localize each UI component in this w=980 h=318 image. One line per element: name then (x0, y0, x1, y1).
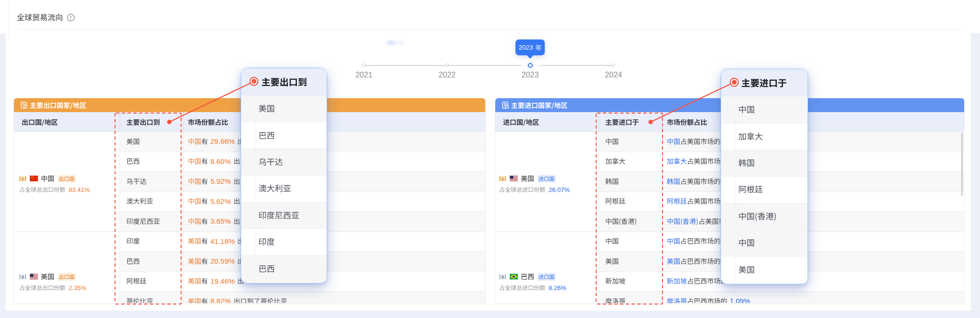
svg-text:1: 1 (22, 176, 24, 181)
svg-text:2: 2 (502, 274, 504, 279)
svg-text:1: 1 (502, 176, 504, 181)
svg-text:2: 2 (22, 274, 24, 279)
